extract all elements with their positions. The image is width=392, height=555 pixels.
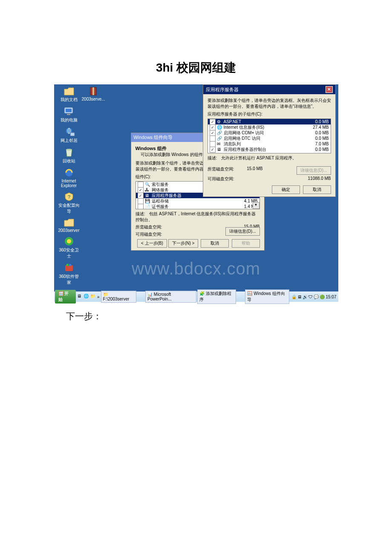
svg-rect-4 — [67, 114, 70, 115]
document-caption: 下一步： — [66, 310, 392, 322]
svg-rect-1 — [92, 87, 94, 95]
svg-rect-3 — [66, 109, 72, 112]
clock[interactable]: 15:07 — [326, 295, 336, 299]
details-button[interactable]: 详细信息(D)... — [225, 227, 259, 236]
quicklaunch-ie-icon[interactable]: 🌐 — [84, 294, 89, 300]
wizard2-titlebar: 应用程序服务器 ✕ — [203, 85, 335, 94]
tray-icon[interactable]: 🔒 — [291, 295, 297, 299]
document-title: 3hi 校园网组建 — [0, 60, 392, 76]
wizard2-list-label: 应用程序服务器 的子组件(C): — [208, 111, 331, 117]
360-safe-icon[interactable]: 360安全卫士 — [58, 236, 81, 259]
desktop: 我的文档 2003serve... 我的电脑 网上邻居 — [54, 84, 338, 291]
my-documents-icon[interactable]: 我的文档 — [58, 87, 81, 103]
scroll-down-icon[interactable]: ▼ — [253, 202, 259, 209]
svg-rect-6 — [70, 133, 75, 136]
tray-icon[interactable]: 💬 — [314, 295, 319, 299]
wizard2-instructions: 要添加或删除某个组件，请单击旁边的复选框。灰色框表示只会安装该组件的一部分。要查… — [208, 98, 331, 110]
svg-rect-12 — [65, 265, 73, 271]
tray-icon[interactable]: 🔊 — [303, 295, 308, 299]
360-soft-icon[interactable]: 360软件管家 — [58, 263, 81, 286]
tray-icon[interactable]: 🟢 — [320, 295, 325, 299]
security-wizard-icon[interactable]: ? 安全配置向导 — [58, 191, 81, 214]
cancel-button[interactable]: 取消 — [303, 185, 331, 194]
screenshot: 我的文档 2003serve... 我的电脑 网上邻居 — [54, 84, 338, 302]
svg-point-11 — [67, 239, 71, 243]
help-button: 帮助 — [232, 239, 260, 248]
start-button[interactable]: 🪟 开始 — [55, 290, 76, 304]
list-item[interactable]: ✓🌐Internet 信息服务(IIS)27.4 MB — [208, 124, 331, 130]
taskbar-path[interactable]: 📁 F:\2003server — [101, 291, 136, 303]
quicklaunch-icon[interactable]: 📁 — [90, 294, 96, 300]
my-computer-icon[interactable]: 我的电脑 — [58, 106, 81, 123]
details-button: 详细信息(D)... — [297, 166, 331, 175]
ie-icon[interactable]: Internet Explorer — [58, 168, 81, 188]
network-places-icon[interactable]: 网上邻居 — [58, 127, 81, 144]
wizard1-description: 描述: 包括 ASP.NET，Internet 信息服务(IIS)和应用程序服务… — [135, 211, 260, 223]
taskbar-button[interactable]: 📊 Microsoft PowerPoin... — [145, 291, 196, 303]
svg-rect-14 — [69, 264, 71, 266]
application-server-dialog: 应用程序服务器 ✕ 要添加或删除某个组件，请单击旁边的复选框。灰色框表示只会安装… — [203, 84, 336, 197]
taskbar-button[interactable]: 🪟 Windows 组件向导 — [245, 289, 289, 304]
cancel-button[interactable]: 取消 — [201, 239, 229, 248]
list-item[interactable]: ✓🔗启用网络 COM+ 访问0.0 MB — [208, 130, 331, 136]
tray-icon[interactable]: 🖥 — [297, 295, 302, 299]
svg-rect-13 — [66, 264, 69, 266]
recycle-bin-icon[interactable]: 回收站 — [58, 147, 81, 164]
archive-icon[interactable]: 2003serve... — [82, 87, 105, 101]
system-tray: 🔒 🖥 🔊 🛡 💬 🟢 15:07 — [290, 295, 338, 299]
desktop-icons: 我的文档 2003serve... 我的电脑 网上邻居 — [58, 87, 109, 289]
back-button[interactable]: < 上一步(B) — [137, 239, 167, 248]
folder-2003server-icon[interactable]: 2003server — [58, 218, 81, 233]
tray-icon[interactable]: 🛡 — [308, 295, 313, 299]
next-button[interactable]: 下一步(N) > — [168, 239, 199, 248]
taskbar: 🪟 开始 🖥 🌐 📁 » 📁 F:\2003server 📊 Microsoft… — [54, 291, 338, 302]
list-item-selected[interactable]: ✓⚙ASP.NET0.0 MB — [208, 119, 331, 124]
ok-button[interactable]: 确定 — [272, 185, 300, 194]
list-item[interactable]: ✉消息队列7.0 MB — [208, 141, 331, 147]
taskbar-button[interactable]: 🧩 添加或删除程序 — [197, 289, 236, 304]
list-item[interactable]: ✓🖥应用程序服务器控制台0.0 MB — [208, 147, 331, 152]
wizard2-component-list[interactable]: ✓⚙ASP.NET0.0 MB ✓🌐Internet 信息服务(IIS)27.4… — [208, 119, 331, 153]
svg-text:?: ? — [67, 194, 70, 199]
list-item[interactable]: 🔗启用网络 DTC 访问0.0 MB — [208, 136, 331, 141]
wizard2-description: 描述: 允许此计算机运行 ASP.NET 应用程序。 — [208, 155, 331, 161]
quicklaunch-icon[interactable]: 🖥 — [77, 294, 83, 300]
list-item[interactable]: 📄证书服务1.4 MB — [136, 204, 259, 209]
svg-point-7 — [66, 149, 72, 150]
list-item[interactable]: 💾远程存储4.1 MB — [136, 198, 259, 204]
close-icon[interactable]: ✕ — [326, 86, 333, 93]
